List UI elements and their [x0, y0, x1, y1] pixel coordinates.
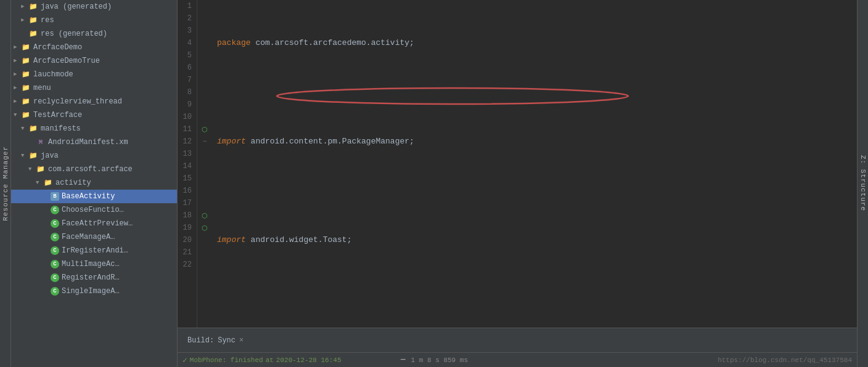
sidebar-item-label: SingleImageA… [62, 287, 120, 296]
sidebar-item-label: java [41, 151, 59, 160]
status-bar: ✓ MobPhone: finished at 2020-12-28 16:45… [178, 352, 857, 367]
sidebar-item-label: TestArcface [33, 111, 82, 119]
editor-area: 1 2 3 4 5 6 7 8 9 10 11 12 13 14 15 16 1 [178, 0, 857, 367]
class-icon: C [51, 287, 59, 296]
ide-window: Resource Manager 📁 java (generated) 📁 re… [0, 0, 868, 367]
status-left: ✓ MobPhone: finished at 2020-12-28 16:45 [182, 355, 341, 365]
status-at: at [266, 357, 274, 364]
sidebar-item-label: lauchmode [33, 70, 73, 79]
resource-manager-label: Resource Manager [2, 146, 9, 221]
class-icon: C [51, 246, 59, 255]
code-lines: package com.arcsoft.arcfacedemo.activity… [212, 0, 857, 328]
code-line-2 [217, 86, 857, 99]
sidebar-item-label: AndroidManifest.xm [48, 138, 128, 147]
sidebar-item-label: ChooseFunctio… [62, 206, 124, 214]
arrow-icon [21, 126, 27, 132]
sidebar-item-res-gen[interactable]: 📁 res (generated) [11, 27, 177, 41]
folder-icon: 📁 [43, 178, 53, 188]
sidebar-item-facemanage[interactable]: C FaceManageA… [11, 230, 177, 244]
sidebar-item-label: java (generated) [41, 2, 112, 11]
sidebar-item-testarcface[interactable]: 📁 TestArcface [11, 108, 177, 122]
sidebar-item-label: FaceAttrPreview… [62, 219, 133, 228]
sidebar-item-label: activity [55, 179, 91, 187]
status-success: ✓ MobPhone: finished at 2020-12-28 16:45 [182, 355, 341, 365]
sidebar-item-label: menu [33, 84, 51, 92]
code-line-6 [217, 283, 857, 296]
arrow-icon [14, 99, 20, 105]
status-center: − 1 m 8 s 859 ms [400, 355, 468, 366]
timing-text: 1 m 8 s 859 ms [411, 357, 468, 364]
arrow-icon [14, 58, 20, 64]
sidebar-item-java-gen[interactable]: 📁 java (generated) [11, 0, 177, 14]
arrow-icon [36, 180, 42, 186]
sidebar-item-irregister[interactable]: C IrRegisterAndi… [11, 244, 177, 257]
class-icon: C [51, 233, 59, 241]
folder-icon: 📁 [21, 83, 31, 93]
sidebar-item-label: MultiImageAc… [62, 260, 120, 268]
gutter-column: ⬡ − ⬡ ⬡ [197, 0, 212, 328]
arrow-icon [14, 71, 20, 78]
blog-url[interactable]: https://blog.csdn.net/qq_45137584 [718, 357, 852, 364]
folder-icon: 📁 [36, 164, 46, 174]
folder-icon: 📁 [21, 97, 31, 107]
arrow-icon [14, 85, 20, 91]
sidebar-item-registerandr[interactable]: C RegisterAndR… [11, 271, 177, 284]
sidebar-item-label: res [41, 16, 54, 25]
arrow-icon [14, 44, 20, 50]
sidebar-item-lauchmode[interactable]: 📁 lauchmode [11, 68, 177, 81]
folder-icon: 📁 [28, 2, 38, 12]
sidebar-item-label: reclyclerview_thread [33, 97, 122, 106]
sidebar-item-multiimage[interactable]: C MultiImageAc… [11, 257, 177, 271]
sidebar-item-com-arcsoft[interactable]: 📁 com.arcsoft.arcface [11, 163, 177, 176]
sidebar-item-label: ArcfaceDemoTrue [33, 57, 100, 65]
sidebar-item-label: BaseActivity [62, 192, 115, 201]
class-icon: C [51, 260, 59, 268]
breakpoint-icon[interactable]: ⬡ [197, 209, 212, 222]
status-text: MobPhone: finished [190, 357, 263, 364]
code-line-4 [217, 185, 857, 197]
folder-icon: 📁 [28, 29, 38, 39]
build-tab[interactable]: Build: Sync × [182, 334, 248, 347]
sidebar-item-menu[interactable]: 📁 menu [11, 81, 177, 95]
breakpoint-icon[interactable]: ⬡ [197, 123, 212, 135]
class-icon: C [51, 219, 59, 228]
sidebar-item-recyclerview[interactable]: 📁 reclyclerview_thread [11, 95, 177, 108]
sidebar-item-androidmanifest[interactable]: M AndroidManifest.xm [11, 135, 177, 149]
sidebar-item-faceattrpreview[interactable]: C FaceAttrPreview… [11, 217, 177, 230]
structure-label: Z: Structure [859, 155, 867, 211]
sidebar-item-choosefunc[interactable]: C ChooseFunctio… [11, 203, 177, 217]
sidebar-item-manifests[interactable]: 📁 manifests [11, 122, 177, 135]
sidebar-item-label: ArcfaceDemo [33, 43, 82, 52]
sidebar-item-activity[interactable]: 📁 activity [11, 176, 177, 190]
sidebar-item-res[interactable]: 📁 res [11, 14, 177, 27]
class-icon: C [51, 206, 59, 214]
sidebar-item-singleimage[interactable]: C SingleImageA… [11, 284, 177, 298]
minimize-icon[interactable]: − [400, 355, 406, 366]
sidebar-item-arcfacedemo[interactable]: 📁 ArcfaceDemo [11, 41, 177, 54]
sidebar-item-java[interactable]: 📁 java [11, 149, 177, 163]
close-icon[interactable]: × [239, 336, 244, 345]
arrow-icon [21, 4, 27, 10]
code-editor[interactable]: 1 2 3 4 5 6 7 8 9 10 11 12 13 14 15 16 1 [178, 0, 857, 328]
build-label: Build: [187, 336, 214, 345]
resource-manager-tab[interactable]: Resource Manager [0, 0, 11, 367]
line-numbers: 1 2 3 4 5 6 7 8 9 10 11 12 13 14 15 16 1 [178, 0, 197, 328]
bottom-bar: Build: Sync × [178, 328, 857, 352]
sidebar-item-label: manifests [41, 124, 81, 133]
breakpoint-icon[interactable]: ⬡ [197, 222, 212, 234]
sidebar-item-baseactivity[interactable]: B BaseActivity [11, 190, 177, 203]
sidebar-item-arcfacedemotrue[interactable]: 📁 ArcfaceDemoTrue [11, 54, 177, 68]
sidebar-item-label: com.arcsoft.arcface [48, 165, 133, 174]
fold-icon[interactable]: − [197, 135, 212, 148]
manifest-icon: M [36, 137, 46, 147]
sidebar-item-label: res (generated) [41, 30, 107, 38]
folder-icon: 📁 [21, 56, 31, 66]
folder-icon: 📁 [28, 151, 38, 161]
code-line-5: import android.widget.Toast; [217, 234, 857, 246]
code-line-3: import android.content.pm.PackageManager… [217, 135, 857, 148]
structure-tab[interactable]: Z: Structure [857, 0, 868, 367]
sync-label: Sync [218, 336, 235, 345]
arrow-icon [14, 112, 20, 118]
sidebar-item-label: RegisterAndR… [62, 273, 120, 282]
arrow-icon [21, 153, 27, 159]
